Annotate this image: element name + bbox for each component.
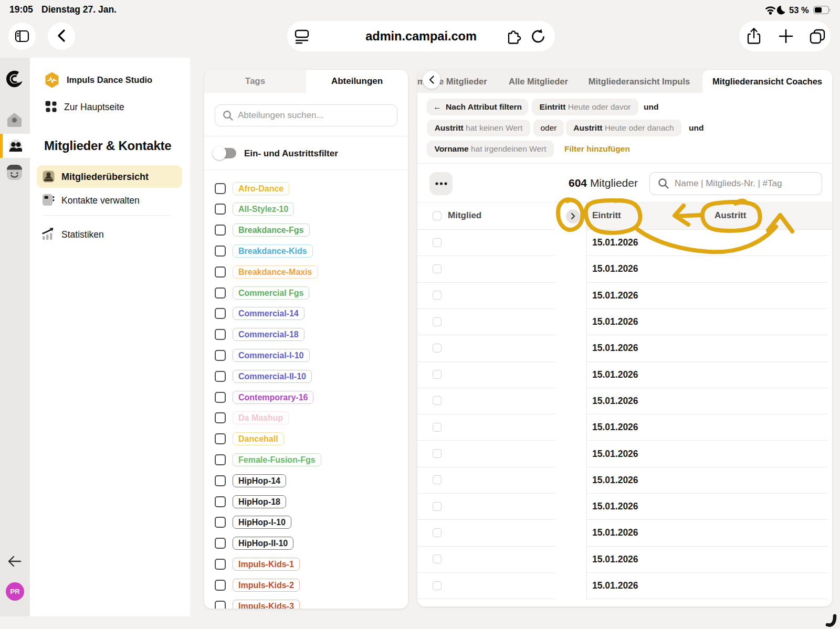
svg-text:53 %: 53 %	[789, 5, 809, 15]
